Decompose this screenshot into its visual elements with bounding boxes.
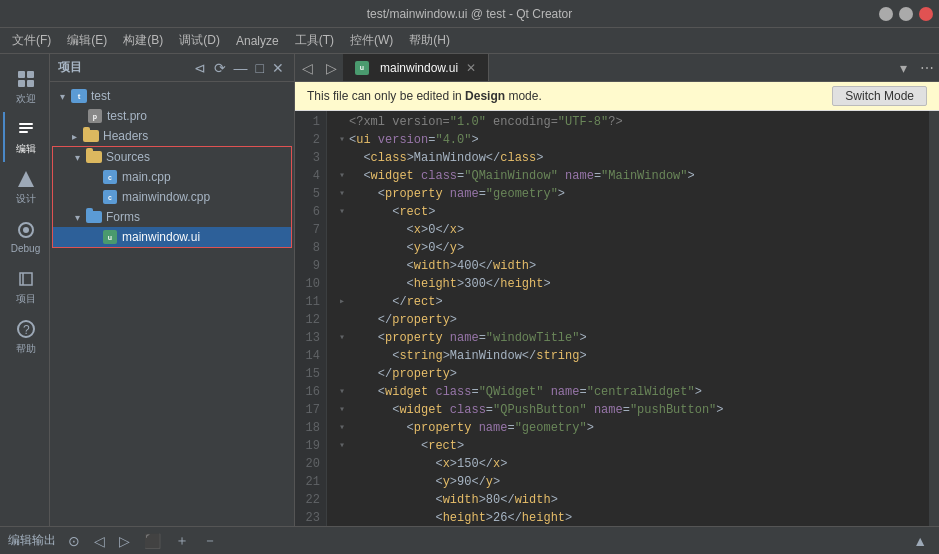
panel-toolbar: ⊲ ⟳ — □ ✕ — [192, 60, 286, 76]
tree-arrow-forms: ▾ — [69, 212, 85, 223]
line-num-10: 10 — [295, 275, 320, 293]
maximize-button[interactable] — [899, 7, 913, 21]
filter-btn[interactable]: ⊲ — [192, 60, 208, 76]
bottom-btn-next[interactable]: ▷ — [115, 533, 134, 549]
sidebar-item-design[interactable]: 设计 — [3, 162, 47, 212]
tree-label-test: test — [91, 89, 110, 103]
tab-forward-btn[interactable]: ▷ — [319, 54, 343, 81]
fold-13[interactable]: ▾ — [335, 329, 349, 347]
bottom-btn-sync[interactable]: ⊙ — [64, 533, 84, 549]
code-content-6: <rect> — [349, 203, 921, 221]
minimize-button[interactable] — [879, 7, 893, 21]
code-area: 1 2 3 4 5 6 7 8 9 10 11 12 13 14 15 16 1… — [295, 111, 939, 526]
code-content-21: <y>90</y> — [349, 473, 921, 491]
expand-btn[interactable]: □ — [254, 60, 266, 76]
code-content-22: <width>80</width> — [349, 491, 921, 509]
line-numbers: 1 2 3 4 5 6 7 8 9 10 11 12 13 14 15 16 1… — [295, 111, 327, 526]
tree-item-main-cpp[interactable]: c main.cpp — [53, 167, 291, 187]
fold-16[interactable]: ▾ — [335, 383, 349, 401]
code-line-14: <string>MainWindow</string> — [335, 347, 921, 365]
tree-item-test[interactable]: ▾ t test — [50, 86, 294, 106]
code-content-23: <height>26</height> — [349, 509, 921, 526]
svg-point-9 — [23, 227, 29, 233]
menu-edit[interactable]: 编辑(E) — [59, 30, 115, 51]
sync-btn[interactable]: ⟳ — [212, 60, 228, 76]
tab-dropdown-btn[interactable]: ▾ — [891, 54, 915, 81]
code-line-8: <y>0</y> — [335, 239, 921, 257]
welcome-icon — [16, 69, 36, 89]
sidebar-item-project[interactable]: 项目 — [3, 262, 47, 312]
menu-analyze[interactable]: Analyze — [228, 32, 287, 50]
tree-item-mainwindow-ui[interactable]: u mainwindow.ui — [53, 227, 291, 247]
svg-rect-6 — [19, 131, 28, 133]
main-cpp-icon: c — [101, 170, 119, 184]
tab-spacer — [489, 54, 891, 81]
svg-rect-0 — [18, 71, 25, 78]
code-line-12: </property> — [335, 311, 921, 329]
fold-6[interactable]: ▾ — [335, 203, 349, 221]
line-num-2: 2 — [295, 131, 320, 149]
tree-arrow-test: ▾ — [54, 91, 70, 102]
vertical-scrollbar[interactable] — [929, 111, 939, 526]
line-num-13: 13 — [295, 329, 320, 347]
bottom-btn-expand-up[interactable]: ▲ — [909, 533, 931, 549]
code-line-2: ▾ <ui version="4.0"> — [335, 131, 921, 149]
tree-label-forms: Forms — [106, 210, 140, 224]
menu-controls[interactable]: 控件(W) — [342, 30, 401, 51]
folder-icon-headers — [83, 130, 99, 142]
project-root-icon: t — [70, 89, 88, 103]
tab-more-btn[interactable]: ⋯ — [915, 54, 939, 81]
menu-build[interactable]: 构建(B) — [115, 30, 171, 51]
menu-debug[interactable]: 调试(D) — [171, 30, 228, 51]
tab-close-btn[interactable]: ✕ — [464, 61, 478, 75]
menu-file[interactable]: 文件(F) — [4, 30, 59, 51]
bottom-btn-prev[interactable]: ◁ — [90, 533, 109, 549]
tree-item-sources[interactable]: ▾ Sources — [53, 147, 291, 167]
tree-label-main-cpp: main.cpp — [122, 170, 171, 184]
sidebar-item-help[interactable]: ? 帮助 — [3, 312, 47, 362]
fold-5[interactable]: ▾ — [335, 185, 349, 203]
fold-18[interactable]: ▾ — [335, 419, 349, 437]
line-num-16: 16 — [295, 383, 320, 401]
tree-label-headers: Headers — [103, 129, 148, 143]
fold-2[interactable]: ▾ — [335, 131, 349, 149]
bottom-btn-add[interactable]: ＋ — [171, 532, 193, 550]
line-num-12: 12 — [295, 311, 320, 329]
sidebar-item-welcome[interactable]: 欢迎 — [3, 62, 47, 112]
code-line-23: <height>26</height> — [335, 509, 921, 526]
line-num-4: 4 — [295, 167, 320, 185]
code-editor[interactable]: <?xml version="1.0" encoding="UTF-8"?> ▾… — [327, 111, 929, 526]
edit-label: 编辑 — [16, 142, 36, 156]
code-line-21: <y>90</y> — [335, 473, 921, 491]
menu-tools[interactable]: 工具(T) — [287, 30, 342, 51]
forms-folder-icon — [85, 210, 103, 224]
line-num-22: 22 — [295, 491, 320, 509]
code-line-20: <x>150</x> — [335, 455, 921, 473]
notice-text: This file can only be edited in Design m… — [307, 89, 542, 103]
switch-mode-button[interactable]: Switch Mode — [832, 86, 927, 106]
line-num-6: 6 — [295, 203, 320, 221]
title-bar: test/mainwindow.ui @ test - Qt Creator — [0, 0, 939, 28]
fold-11[interactable]: ▸ — [335, 293, 349, 311]
fold-17[interactable]: ▾ — [335, 401, 349, 419]
menu-help[interactable]: 帮助(H) — [401, 30, 458, 51]
tree-item-test-pro[interactable]: p test.pro — [50, 106, 294, 126]
fold-4[interactable]: ▾ — [335, 167, 349, 185]
project-label: 项目 — [16, 292, 36, 306]
tab-mainwindow-ui[interactable]: u mainwindow.ui ✕ — [343, 54, 489, 81]
tree-item-headers[interactable]: ▸ Headers — [50, 126, 294, 146]
tab-back-btn[interactable]: ◁ — [295, 54, 319, 81]
close-panel-btn[interactable]: ✕ — [270, 60, 286, 76]
collapse-btn[interactable]: — — [232, 60, 250, 76]
code-content-3: <class>MainWindow</class> — [349, 149, 921, 167]
sidebar-item-edit[interactable]: 编辑 — [3, 112, 47, 162]
fold-19[interactable]: ▾ — [335, 437, 349, 455]
tree-item-mainwindow-cpp[interactable]: c mainwindow.cpp — [53, 187, 291, 207]
code-content-9: <width>400</width> — [349, 257, 921, 275]
close-button[interactable] — [919, 7, 933, 21]
tree-item-forms[interactable]: ▾ Forms — [53, 207, 291, 227]
bottom-btn-stop[interactable]: ⬛ — [140, 533, 165, 549]
code-content-5: <property name="geometry"> — [349, 185, 921, 203]
sidebar-item-debug[interactable]: Debug — [3, 212, 47, 262]
bottom-btn-minus[interactable]: － — [199, 532, 221, 550]
